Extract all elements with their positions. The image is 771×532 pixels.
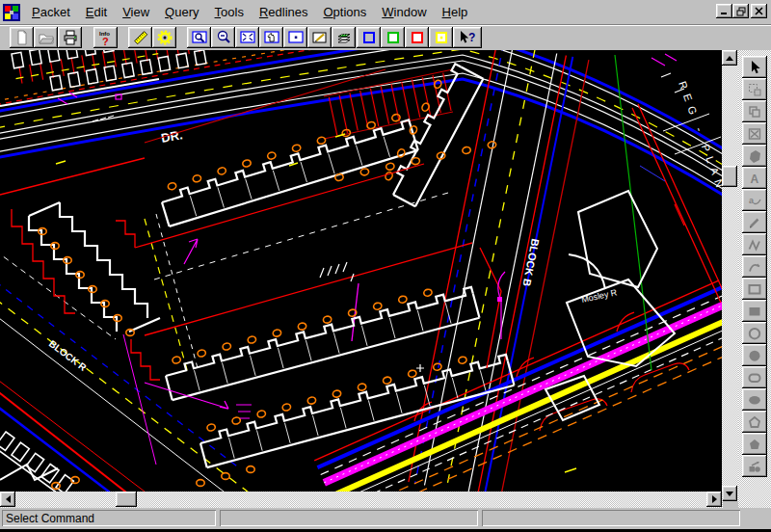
circle-icon	[747, 326, 762, 341]
new-document-button[interactable]	[10, 27, 34, 48]
pan-hand-icon	[264, 30, 279, 45]
vertical-scrollbar[interactable]	[722, 50, 738, 501]
app-icon[interactable]	[3, 4, 20, 21]
select-marquee-button[interactable]	[742, 78, 767, 100]
context-help-button[interactable]: ?	[453, 27, 482, 48]
map-viewport: DR. BLOCK B	[0, 50, 722, 492]
polygon-tool-button[interactable]	[742, 411, 767, 433]
duplicate-shape-button[interactable]	[742, 100, 767, 122]
info-query-button[interactable]: Info ?	[93, 27, 118, 48]
zoom-out-icon	[216, 30, 231, 45]
menu-query[interactable]: Query	[157, 3, 206, 21]
pointer-icon	[747, 60, 762, 75]
arc-tool-button[interactable]	[742, 255, 767, 278]
layers-button[interactable]	[332, 27, 356, 48]
status-panel-2	[220, 510, 478, 526]
scroll-up-button[interactable]	[722, 50, 737, 66]
delete-shape-button[interactable]	[742, 122, 767, 145]
text-curve-icon: a	[747, 193, 762, 208]
layer-blue-button[interactable]	[357, 27, 381, 48]
filled-circle-tool-button[interactable]	[742, 344, 767, 366]
help-pointer-icon: ?	[457, 30, 478, 45]
window-controls	[716, 4, 767, 18]
fill-shape-icon	[747, 148, 762, 164]
filled-rectangle-tool-button[interactable]	[742, 300, 767, 322]
menu-edit[interactable]: Edit	[78, 3, 115, 21]
restore-icon	[736, 7, 746, 16]
filled-rectangle-icon	[747, 304, 762, 319]
minimize-button[interactable]	[716, 4, 732, 18]
zoom-out-button[interactable]	[211, 27, 235, 48]
ruler-icon	[133, 30, 148, 45]
shapes-group-icon	[747, 459, 762, 474]
svg-text:?: ?	[102, 36, 109, 46]
layer-yellow-button[interactable]	[429, 27, 453, 48]
layers-icon	[336, 30, 352, 45]
status-panel-3	[482, 510, 740, 526]
menu-redlines[interactable]: Redlines	[252, 3, 316, 21]
svg-text:A: A	[751, 172, 759, 185]
restore-button[interactable]	[732, 4, 749, 18]
zoom-extents-icon	[240, 30, 255, 45]
scroll-right-button[interactable]	[706, 492, 722, 507]
filled-circle-icon	[747, 348, 762, 363]
center-view-button[interactable]	[283, 27, 307, 48]
application-window: { "menu": { "items": [ {"label": "Packet…	[0, 0, 771, 532]
menu-view[interactable]: View	[115, 3, 157, 21]
horizontal-scrollbar[interactable]	[0, 492, 723, 508]
scroll-left-button[interactable]	[0, 492, 15, 507]
minimize-icon	[720, 7, 729, 15]
zoom-extents-button[interactable]	[235, 27, 259, 48]
menu-tools[interactable]: Tools	[207, 3, 252, 21]
polyline-icon	[747, 237, 762, 253]
pen-tool-button[interactable]	[742, 211, 767, 233]
filled-polygon-tool-button[interactable]	[742, 433, 767, 455]
shapes-group-tool-button[interactable]	[742, 455, 767, 477]
close-button[interactable]	[751, 4, 767, 18]
center-dot-icon	[288, 30, 304, 45]
redline-edit-button[interactable]	[307, 27, 332, 48]
menu-window[interactable]: Window	[374, 3, 434, 21]
arc-icon	[747, 259, 762, 275]
svg-text:?: ?	[468, 31, 475, 44]
filled-polygon-icon	[747, 437, 762, 452]
fill-shape-button[interactable]	[742, 145, 767, 167]
blue-square-icon	[361, 30, 377, 45]
layer-red-button[interactable]	[405, 27, 429, 48]
filled-ellipse-icon	[747, 392, 762, 408]
menu-packet[interactable]: Packet	[24, 3, 78, 21]
print-button[interactable]	[58, 27, 82, 48]
vertical-scroll-thumb[interactable]	[722, 166, 737, 187]
down-arrow-icon	[726, 492, 733, 496]
filled-ellipse-tool-button[interactable]	[742, 388, 767, 411]
info-query-icon: Info ?	[97, 29, 115, 46]
scroll-down-button[interactable]	[722, 486, 737, 501]
text-tool-button[interactable]: A	[742, 167, 767, 189]
layer-green-button[interactable]	[381, 27, 405, 48]
select-pointer-button[interactable]	[742, 56, 767, 78]
up-arrow-icon	[726, 56, 733, 61]
circle-tool-button[interactable]	[742, 322, 767, 344]
open-folder-icon	[39, 30, 54, 45]
open-button[interactable]	[34, 27, 58, 48]
new-document-icon	[14, 30, 30, 45]
rounded-rect-tool-button[interactable]	[742, 366, 767, 388]
red-square-icon	[410, 30, 425, 45]
drawing-tool-rail: A a	[738, 50, 771, 508]
measure-ruler-button[interactable]	[128, 27, 152, 48]
duplicate-icon	[747, 104, 762, 120]
zoom-window-button[interactable]	[187, 27, 211, 48]
settings-gear-button[interactable]	[152, 27, 176, 48]
status-message-panel: Select Command	[2, 510, 216, 526]
menu-help[interactable]: Help	[435, 3, 476, 21]
map-canvas[interactable]: DR. BLOCK B	[0, 50, 722, 492]
pan-button[interactable]	[259, 27, 283, 48]
polygon-icon	[747, 414, 762, 430]
rectangle-icon	[747, 281, 762, 297]
text-curve-tool-button[interactable]: a	[742, 189, 767, 211]
horizontal-scroll-thumb[interactable]	[116, 492, 137, 507]
menu-options[interactable]: Options	[315, 3, 374, 21]
rectangle-tool-button[interactable]	[742, 278, 767, 300]
redline-pencil-icon	[312, 30, 328, 45]
polyline-tool-button[interactable]	[742, 233, 767, 255]
